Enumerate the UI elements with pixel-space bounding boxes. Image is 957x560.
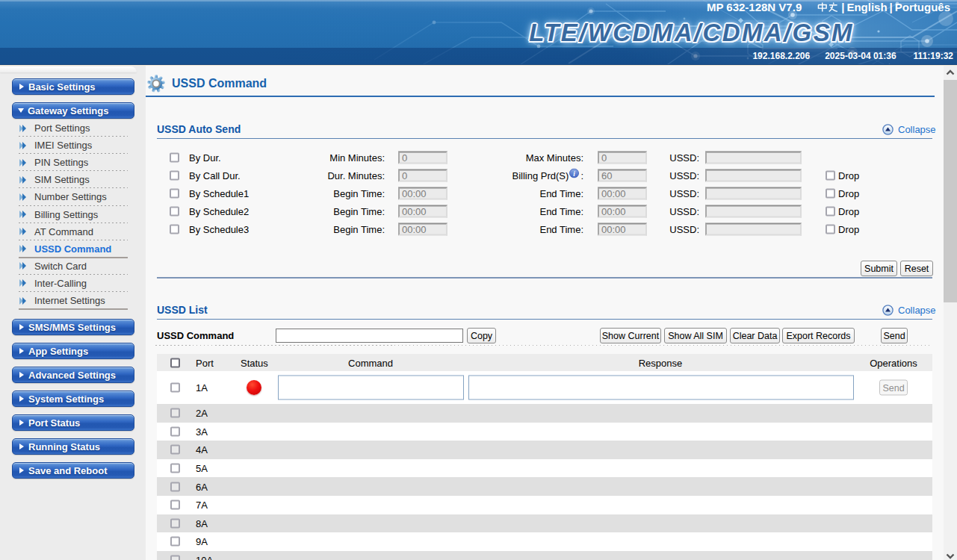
sidebar-menu-running-status[interactable]: Running Status	[12, 438, 134, 455]
ussd-input	[705, 187, 802, 200]
double-arrow-icon	[19, 193, 26, 201]
sidebar-menu-system-settings[interactable]: System Settings	[12, 391, 134, 407]
port-cell: 5A	[196, 463, 208, 474]
sidebar-item-ussd-command[interactable]: USSD Command	[0, 240, 146, 258]
row-checkbox[interactable]	[170, 556, 180, 560]
select-all-checkbox[interactable]	[170, 358, 180, 367]
row-checkbox[interactable]	[170, 464, 180, 473]
ussd-input	[705, 223, 802, 236]
drop-checkbox[interactable]	[826, 171, 835, 181]
chevron-right-icon	[19, 420, 24, 426]
sidebar-item-pin-settings[interactable]: PIN Settings	[0, 154, 146, 171]
sidebar-menu-save-and-reboot[interactable]: Save and Reboot	[12, 462, 134, 479]
chevron-right-icon	[19, 372, 24, 378]
row-checkbox[interactable]	[170, 383, 180, 393]
auto-send-row: By Schedule2Begin Time:00:00End Time:00:…	[146, 202, 944, 220]
sidebar-menu-label: System Settings	[28, 393, 104, 405]
export-records-button[interactable]: Export Records	[782, 328, 855, 343]
row-checkbox[interactable]	[170, 537, 180, 547]
by-schedule3-checkbox[interactable]	[170, 225, 179, 234]
double-arrow-icon	[19, 228, 26, 235]
sidebar-item-inter-calling[interactable]: Inter-Calling	[0, 275, 146, 292]
row-checkbox[interactable]	[170, 408, 180, 418]
drop-label: Drop	[838, 188, 859, 199]
submenu-separator	[19, 308, 128, 310]
port-cell: 10A	[196, 555, 213, 560]
lang-english[interactable]: English	[846, 1, 887, 13]
row-checkbox[interactable]	[170, 426, 180, 436]
ussd-command-input[interactable]	[276, 329, 463, 343]
field1-input: 0	[398, 152, 447, 164]
ussd-list-underline	[157, 319, 932, 320]
sidebar-menu-sms-mms-settings[interactable]: SMS/MMS Settings	[12, 319, 134, 335]
row-checkbox[interactable]	[170, 445, 180, 455]
svg-text:i: i	[574, 170, 576, 178]
sidebar-item-internet-settings[interactable]: Internet Settings	[0, 292, 146, 309]
sidebar-item-port-settings[interactable]: Port Settings	[0, 119, 146, 137]
table-row-port-10a: 10A	[157, 551, 932, 560]
collapse-label: Collapse	[898, 305, 936, 316]
vertical-scrollbar[interactable]	[944, 66, 957, 560]
sidebar-item-number-settings[interactable]: Number Settings	[0, 188, 146, 205]
field2-label: End Time:	[459, 188, 583, 199]
auto-send-row: By Schedule3Begin Time:00:00End Time:00:…	[146, 220, 944, 238]
row-checkbox[interactable]	[170, 482, 180, 491]
sidebar-item-sim-settings[interactable]: SIM Settings	[0, 171, 146, 188]
by-call-dur--checkbox[interactable]	[170, 171, 179, 181]
lang-chinese[interactable]	[817, 1, 839, 13]
by-schedule2-checkbox[interactable]	[170, 207, 179, 217]
main-content: USSD Command USSD Auto Send Collapse By …	[146, 66, 944, 560]
port-header: Port	[196, 357, 214, 368]
copy-button[interactable]: Copy	[467, 328, 496, 343]
chevron-right-icon	[19, 84, 24, 90]
sidebar-menu-basic-settings[interactable]: Basic Settings	[12, 78, 134, 95]
lang-portuguese[interactable]: Português	[895, 1, 950, 13]
sidebar-item-imei-settings[interactable]: IMEI Settings	[0, 137, 146, 154]
language-links: | English | Português	[817, 1, 950, 13]
port-cell: 2A	[196, 408, 208, 419]
row-checkbox[interactable]	[170, 500, 180, 510]
scrollbar-down-arrow[interactable]	[944, 550, 957, 560]
ussd-label: USSD:	[639, 224, 699, 235]
sidebar-menu-gateway-settings[interactable]: Gateway Settings	[12, 102, 134, 119]
row-checkbox[interactable]	[170, 518, 180, 528]
double-arrow-icon	[19, 211, 26, 218]
scrollbar-up-arrow[interactable]	[944, 66, 957, 78]
submit-button[interactable]: Submit	[861, 261, 897, 276]
table-row-port-5a: 5A	[157, 459, 932, 478]
response-input[interactable]	[468, 376, 854, 400]
uptime: 111:19:32	[914, 51, 953, 61]
field1-label: Dur. Minutes:	[261, 170, 385, 181]
scrollbar-thumb[interactable]	[944, 80, 957, 302]
ussd-label: USSD:	[639, 188, 699, 199]
sidebar-menu-port-status[interactable]: Port Status	[12, 414, 134, 431]
ussd-list-collapse-link[interactable]: Collapse	[882, 305, 936, 316]
sidebar-menu-app-settings[interactable]: App Settings	[12, 343, 134, 359]
sidebar-item-at-command[interactable]: AT Command	[0, 223, 146, 240]
show-all-sim-button[interactable]: Show All SIM	[664, 328, 727, 343]
reset-button[interactable]: Reset	[900, 261, 933, 276]
sidebar-item-label: USSD Command	[34, 243, 111, 255]
clear-data-button[interactable]: Clear Data	[730, 328, 780, 343]
drop-checkbox[interactable]	[826, 225, 835, 234]
sidebar-item-billing-settings[interactable]: Billing Settings	[0, 206, 146, 223]
toolbar-dotted-line	[155, 345, 931, 346]
sidebar-item-switch-card[interactable]: Switch Card	[0, 258, 146, 275]
collapse-up-icon	[882, 124, 893, 135]
drop-checkbox[interactable]	[826, 189, 835, 199]
sidebar-menu-advanced-settings[interactable]: Advanced Settings	[12, 367, 134, 383]
port-cell: 3A	[196, 426, 208, 437]
auto-send-collapse-link[interactable]: Collapse	[882, 124, 936, 135]
show-current-button[interactable]: Show Current	[600, 328, 661, 343]
operations-header: Operations	[852, 357, 935, 368]
by-dur--checkbox[interactable]	[170, 153, 179, 163]
port-cell: 1A	[196, 382, 208, 393]
by-schedule1-checkbox[interactable]	[170, 189, 179, 199]
command-input[interactable]	[278, 376, 464, 400]
send-button[interactable]: Send	[881, 328, 908, 343]
drop-checkbox[interactable]	[826, 207, 835, 217]
page-title: USSD Command	[172, 77, 267, 90]
double-arrow-icon	[19, 176, 26, 184]
auto-send-row-label: By Schedule2	[189, 206, 249, 217]
chinese-glyphs-icon	[817, 1, 839, 13]
